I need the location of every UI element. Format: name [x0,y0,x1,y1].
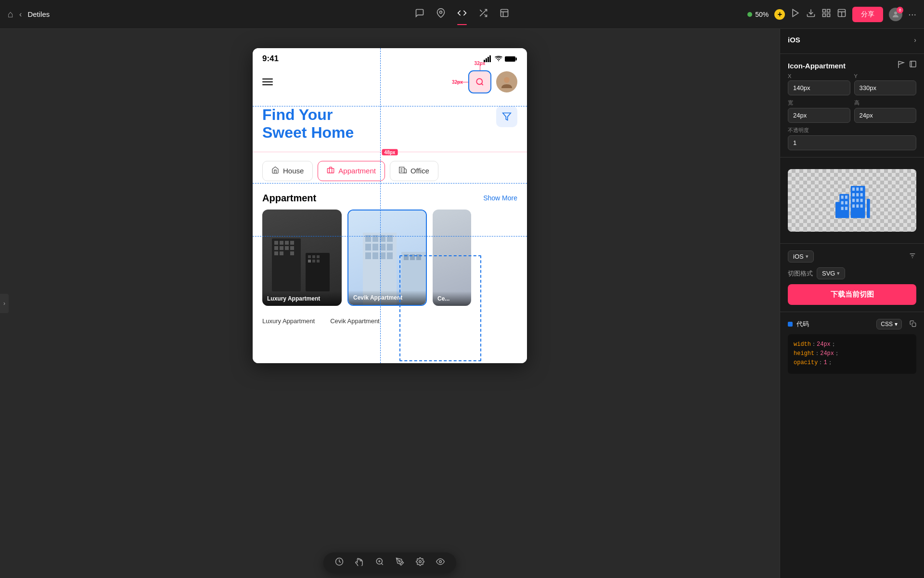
code-line-opacity: opacity：1； [794,358,911,368]
category-office-label: Office [411,167,429,175]
export-format-label: 切图格式 [788,269,813,278]
svg-rect-58 [380,244,385,250]
panel-opacity-input[interactable] [788,135,916,150]
eye-tool-icon[interactable] [436,557,445,568]
component-icon[interactable] [821,8,831,20]
export-chevron-icon: ▾ [837,270,840,276]
svg-rect-40 [290,246,294,250]
svg-rect-19 [488,57,489,62]
avatar-notification-badge: 8 [897,7,903,13]
play-icon[interactable] [791,8,800,20]
svg-rect-60 [365,252,371,259]
svg-point-0 [440,11,442,13]
svg-rect-55 [387,235,393,242]
export-format-badge[interactable]: SVG ▾ [817,267,845,279]
svg-rect-9 [823,10,826,13]
svg-rect-38 [280,246,283,250]
download-icon-top[interactable] [806,8,816,20]
svg-rect-12 [823,14,826,17]
property-card-2[interactable]: Cevik Appartment [347,210,427,306]
panel-ios-arrow[interactable]: › [914,36,916,44]
svg-rect-48 [308,260,311,263]
svg-rect-22 [516,57,517,60]
collapse-panel-arrow[interactable]: › [0,294,9,313]
export-filter-icon[interactable] [909,252,916,262]
percent-label: 50% [755,11,769,18]
download-button[interactable]: 下载当前切图 [788,284,916,305]
code-icon-wrap [457,8,467,20]
panel-x-label: X [788,73,850,79]
platform-badge[interactable]: iOS ▾ [788,250,814,263]
hand-tool-icon[interactable] [355,557,364,568]
pen-tool-icon[interactable] [396,557,404,568]
category-tab-office[interactable]: Office [390,161,438,181]
svg-rect-56 [365,244,371,250]
phone-header: 32px 32px [253,67,527,98]
svg-rect-82 [845,201,847,205]
share-button[interactable]: 分享 [852,7,883,22]
svg-rect-84 [845,207,847,210]
layout-icon[interactable] [837,8,847,20]
comment-icon[interactable] [415,8,424,20]
panel-component-actions [898,61,916,70]
svg-rect-96 [856,204,859,208]
panel-h-input[interactable] [854,108,917,123]
flag-icon[interactable] [898,61,905,70]
section-title: Appartment [262,193,316,204]
spacing-48px-row: 48px [253,147,527,157]
category-tab-appartment[interactable]: Appartment [318,161,385,181]
panel-w-input[interactable] [788,108,850,123]
svg-rect-92 [852,199,855,202]
svg-rect-43 [290,251,294,255]
category-tab-house[interactable]: House [262,161,313,181]
property-card-3[interactable]: Ce... [433,210,471,306]
svg-line-3 [480,10,482,12]
show-more-link[interactable]: Show More [483,194,517,202]
home-icon[interactable]: ⌂ [8,9,13,20]
clock-tool-icon[interactable] [335,557,344,568]
phone-mockup: 9:41 [253,48,527,363]
code-block: width：24px； height：24px； opacity：1； [788,334,916,374]
toolbar-left: ⌂ ‹ Detiles [8,9,50,20]
svg-rect-21 [505,56,515,62]
svg-rect-65 [404,254,409,260]
panel-x-input[interactable] [788,80,850,95]
panel-y-input[interactable] [854,80,917,95]
property-card-1[interactable]: Luxury Appartment [262,210,342,306]
note-icon[interactable] [500,8,509,20]
svg-rect-95 [852,204,855,208]
panel-preview-section [780,158,924,244]
svg-rect-79 [841,196,843,199]
plus-circle-btn[interactable]: + [774,9,785,20]
more-options-icon[interactable]: ··· [908,9,916,20]
shuffle-icon[interactable] [478,8,488,20]
hamburger-menu[interactable] [262,79,273,85]
code-icon[interactable] [457,10,467,20]
svg-rect-53 [372,235,378,242]
svg-rect-49 [312,260,315,263]
panel-opacity-label: 不透明度 [788,127,916,134]
svg-rect-54 [380,235,385,242]
panel-wh-group: 宽 高 [788,99,916,123]
back-arrow[interactable]: ‹ [19,10,22,19]
code-copy-icon[interactable] [910,320,916,328]
zoom-tool-icon[interactable] [375,557,384,568]
code-format-badge[interactable]: CSS ▾ [876,319,902,329]
heading-text-block: Find Your Sweet Home [262,106,354,142]
svg-rect-81 [841,201,843,205]
svg-rect-18 [486,58,487,62]
code-format-label: CSS [881,321,893,328]
location-icon[interactable] [436,8,446,20]
search-area: 32px 32px [469,71,490,92]
property-cards: Luxury Appartment [253,210,527,315]
toolbar-title: Detiles [27,10,50,18]
panel-component-name: Icon-Appartment [788,62,846,70]
filter-button[interactable] [496,106,517,127]
hamburger-line-3 [262,84,273,85]
expand-icon[interactable] [910,61,916,70]
svg-rect-103 [912,323,916,327]
svg-point-75 [439,561,442,563]
svg-point-25 [504,77,510,83]
settings-tool-icon[interactable] [416,557,424,568]
property-label-3: Ce... [433,291,471,306]
